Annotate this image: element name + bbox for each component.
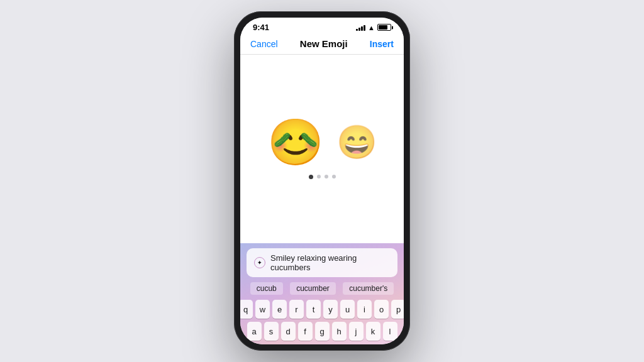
key-o[interactable]: o bbox=[374, 300, 389, 319]
emoji-secondary[interactable]: 😄 bbox=[336, 126, 377, 158]
autocomplete-item[interactable]: cucub bbox=[250, 282, 283, 295]
key-q[interactable]: q bbox=[240, 300, 253, 319]
key-s[interactable]: s bbox=[264, 322, 279, 341]
key-p[interactable]: p bbox=[391, 300, 404, 319]
phone-frame: 9:41 ▲ Cancel New Emoji Insert bbox=[234, 11, 410, 351]
key-w[interactable]: w bbox=[255, 300, 270, 319]
signal-icon bbox=[356, 25, 365, 31]
key-row-1: q w e r t y u i o p bbox=[247, 300, 397, 319]
key-i[interactable]: i bbox=[357, 300, 372, 319]
nav-bar: Cancel New Emoji Insert bbox=[240, 35, 404, 55]
battery-icon bbox=[377, 24, 391, 31]
emoji-area: 😊 🥒 🥒 😄 bbox=[240, 55, 404, 243]
pagination-dots bbox=[309, 175, 336, 179]
status-bar: 9:41 ▲ bbox=[240, 18, 404, 35]
key-a[interactable]: a bbox=[247, 322, 262, 341]
status-icons: ▲ bbox=[356, 24, 391, 31]
autocomplete-item[interactable]: cucumber's bbox=[343, 282, 394, 295]
key-g[interactable]: g bbox=[315, 322, 330, 341]
autocomplete-item[interactable]: cucumber bbox=[290, 282, 336, 295]
key-e[interactable]: e bbox=[272, 300, 287, 319]
key-l[interactable]: l bbox=[383, 322, 397, 341]
key-u[interactable]: u bbox=[340, 300, 355, 319]
key-h[interactable]: h bbox=[332, 322, 347, 341]
dot-3 bbox=[325, 175, 328, 178]
dot-1 bbox=[309, 175, 313, 179]
autocomplete-row: cucub cucumber cucumber's bbox=[247, 281, 397, 296]
search-input-text[interactable]: Smiley relaxing wearing cucumbers bbox=[270, 253, 390, 272]
search-bar[interactable]: ✦ Smiley relaxing wearing cucumbers bbox=[247, 248, 397, 277]
keyboard-area: ✦ Smiley relaxing wearing cucumbers cucu… bbox=[240, 243, 404, 344]
emoji-display: 😊 🥒 🥒 😄 bbox=[267, 119, 377, 165]
phone-screen: 9:41 ▲ Cancel New Emoji Insert bbox=[240, 18, 404, 344]
cancel-button[interactable]: Cancel bbox=[250, 39, 278, 49]
insert-button[interactable]: Insert bbox=[370, 39, 394, 49]
dot-4 bbox=[332, 175, 336, 178]
key-y[interactable]: y bbox=[323, 300, 338, 319]
key-r[interactable]: r bbox=[289, 300, 304, 319]
key-t[interactable]: t bbox=[306, 300, 321, 319]
status-time: 9:41 bbox=[253, 23, 269, 32]
nav-title: New Emoji bbox=[300, 38, 348, 49]
dot-2 bbox=[317, 175, 321, 178]
ai-icon: ✦ bbox=[254, 257, 265, 268]
sparkle-icon: ✦ bbox=[257, 260, 262, 266]
wifi-icon: ▲ bbox=[368, 24, 375, 31]
key-d[interactable]: d bbox=[281, 322, 296, 341]
key-row-2: a s d f g h j k l bbox=[247, 322, 397, 341]
keyboard: q w e r t y u i o p a s d f g h bbox=[247, 300, 397, 341]
key-f[interactable]: f bbox=[298, 322, 313, 341]
key-k[interactable]: k bbox=[366, 322, 380, 341]
emoji-main[interactable]: 😊 🥒 🥒 bbox=[267, 119, 324, 165]
key-j[interactable]: j bbox=[349, 322, 364, 341]
